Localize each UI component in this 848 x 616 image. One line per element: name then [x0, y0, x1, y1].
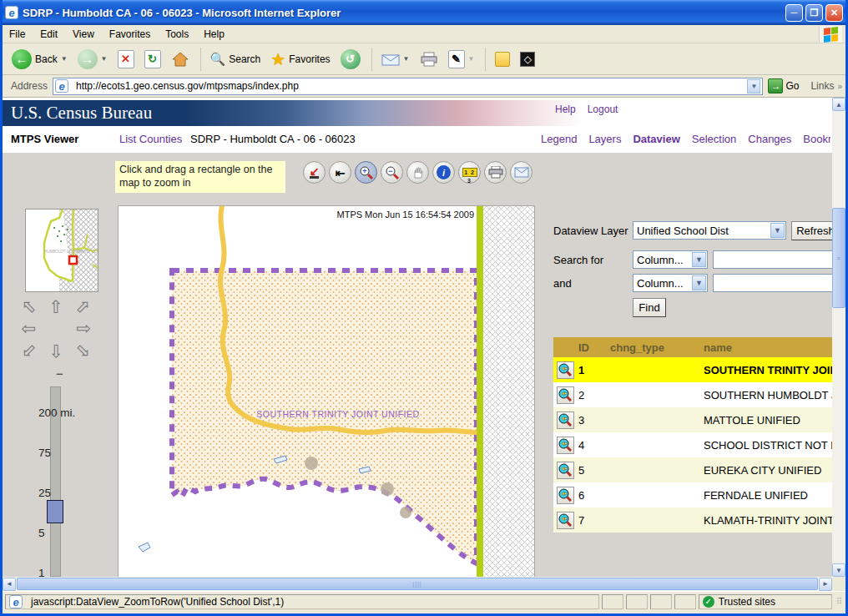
mail-button[interactable]: ▼ — [377, 51, 414, 68]
pan-n-button[interactable]: ⇧ — [43, 296, 69, 318]
nav-legend[interactable]: Legend — [541, 133, 577, 145]
list-counties-link[interactable]: List Counties — [119, 133, 182, 145]
search-value-input-1[interactable] — [713, 250, 836, 269]
info-button[interactable]: i — [432, 161, 455, 184]
title-bar[interactable]: e SDRP - Humboldt CA - 06 - 06023 - Micr… — [0, 0, 848, 25]
search-column-select-2[interactable]: Column... ▼ — [633, 274, 708, 292]
nav-selection[interactable]: Selection — [692, 133, 736, 145]
nav-changes[interactable]: Changes — [748, 133, 791, 145]
table-row[interactable]: 6 FERNDALE UNIFIED — [553, 482, 842, 507]
zoom-minus-label[interactable]: − — [56, 366, 63, 381]
favorites-button[interactable]: ★ Favorites — [266, 48, 334, 71]
nav-dataview[interactable]: Dataview — [633, 133, 679, 145]
resize-grip[interactable]: ⠿ — [836, 597, 843, 606]
table-row[interactable]: 4 SCHOOL DISTRICT NOT DEFINED — [553, 432, 842, 457]
vertical-scrollbar[interactable]: ▲ ≡ ▼ — [832, 98, 845, 577]
zoom-in-button[interactable]: + — [355, 161, 377, 184]
previous-extent-button[interactable]: ⇤ — [329, 161, 351, 184]
menu-file[interactable]: File — [9, 28, 25, 40]
zoom-to-row-button[interactable] — [557, 462, 574, 479]
minimize-button[interactable]: ─ — [785, 4, 803, 22]
history-button[interactable]: ↺ — [336, 48, 365, 71]
map-envelope-icon — [514, 167, 529, 178]
row-zoom-icon — [558, 463, 572, 477]
menu-view[interactable]: View — [73, 28, 94, 40]
scroll-right-icon[interactable]: ► — [819, 578, 832, 591]
overview-map[interactable]: HUMBOLDT COUNTY TRINITY COU — [25, 209, 98, 292]
discuss-button[interactable] — [491, 50, 514, 68]
column2-select-arrow-icon[interactable]: ▼ — [692, 275, 706, 290]
messenger-button[interactable]: ◇ — [516, 50, 539, 68]
maximize-button[interactable]: ❐ — [805, 4, 823, 22]
row-zoom-icon — [558, 488, 572, 502]
zoom-to-row-button[interactable] — [557, 487, 574, 504]
scroll-down-icon[interactable]: ▼ — [832, 563, 845, 577]
zoom-to-row-button[interactable] — [557, 386, 574, 404]
back-dropdown-icon[interactable]: ▼ — [61, 55, 68, 63]
close-button[interactable]: ✕ — [825, 4, 843, 22]
dataview-layer-select[interactable]: Unified School Dist ▼ — [633, 221, 786, 240]
scroll-left-icon[interactable]: ◄ — [3, 578, 16, 591]
nav-layers[interactable]: Layers — [588, 133, 621, 145]
scale-slider-thumb[interactable] — [47, 500, 63, 523]
table-row[interactable]: 5 EUREKA CITY UNIFIED — [553, 457, 842, 482]
table-row[interactable]: 2 SOUTHERN HUMBOLDT JOINT UNIFIED — [553, 382, 842, 407]
overview-label-trinity: TRINITY COU — [76, 250, 98, 254]
home-button[interactable] — [167, 49, 194, 69]
horizontal-scroll-thumb[interactable]: |||| — [17, 578, 818, 590]
menu-help[interactable]: Help — [204, 28, 225, 40]
address-input[interactable]: e http://ecots1.geo.census.gov/mtpsmaps/… — [53, 78, 763, 95]
zoom-to-row-button[interactable] — [557, 412, 574, 429]
banner-links: Help Logout — [555, 104, 618, 115]
scroll-up-icon[interactable]: ▲ — [832, 98, 845, 111]
windows-logo-icon — [819, 26, 842, 43]
address-url[interactable]: http://ecots1.geo.census.gov/mtpsmaps/in… — [76, 80, 747, 92]
edit-button[interactable]: ✎ ▼ — [444, 48, 479, 70]
layer-select-arrow-icon[interactable]: ▼ — [770, 223, 785, 238]
menu-tools[interactable]: Tools — [165, 28, 189, 40]
forward-dropdown-icon[interactable]: ▼ — [101, 55, 108, 63]
pan-s-button[interactable]: ⇧ — [43, 340, 69, 361]
horizontal-scrollbar[interactable]: ◄ |||| ► — [3, 577, 832, 591]
email-map-button[interactable] — [510, 161, 533, 184]
search-button[interactable]: 🔍 Search — [206, 50, 265, 68]
diamond-icon: ◇ — [520, 52, 535, 67]
search-for-label: Search for — [553, 254, 603, 266]
links-button[interactable]: Links » — [810, 80, 842, 92]
zoom-to-row-button[interactable] — [557, 437, 574, 454]
find-button[interactable]: Find — [633, 298, 666, 317]
column1-select-arrow-icon[interactable]: ▼ — [692, 252, 706, 267]
print-button[interactable] — [416, 50, 442, 68]
menu-edit[interactable]: Edit — [40, 28, 58, 40]
search-value-input-2[interactable] — [713, 274, 836, 292]
overview-extent-marker — [69, 256, 77, 264]
table-row[interactable]: 3 MATTOLE UNIFIED — [553, 407, 842, 432]
table-row[interactable]: 1 SOUTHERN TRINITY JOINT UNIFIED — [553, 357, 842, 382]
info-icon: i — [437, 165, 451, 179]
initial-extent-button[interactable]: ↙ — [303, 161, 326, 184]
menu-favorites[interactable]: Favorites — [109, 28, 150, 40]
pan-button[interactable] — [406, 161, 429, 184]
measure-button[interactable]: 1 2 3 — [458, 161, 481, 184]
go-button[interactable]: → Go — [768, 78, 799, 93]
search-column-select-1[interactable]: Column... ▼ — [633, 250, 708, 269]
home-icon — [171, 51, 189, 68]
logout-link[interactable]: Logout — [588, 104, 618, 115]
nav-bookmark[interactable]: Bookmark — [803, 133, 830, 145]
map-viewport[interactable]: MTPS Mon Jun 15 16:54:54 2009 SOUTHERN T… — [118, 205, 535, 578]
refresh-button[interactable]: ↻ — [140, 48, 165, 70]
browser-toolbar: ← Back ▼ → ▼ ✕ ↻ 🔍 Search ★ Favorites ↺ … — [3, 43, 845, 75]
forward-button[interactable]: → ▼ — [73, 48, 112, 71]
stop-button[interactable]: ✕ — [114, 48, 139, 70]
back-button[interactable]: ← Back ▼ — [8, 48, 72, 71]
scale-200mi: 200 mi. — [38, 406, 75, 419]
help-link[interactable]: Help — [555, 104, 576, 115]
print-map-button[interactable] — [484, 161, 507, 184]
zoom-to-row-button[interactable] — [557, 512, 574, 529]
zoom-to-row-button[interactable] — [557, 361, 574, 379]
address-dropdown-icon[interactable]: ▼ — [747, 79, 760, 93]
table-row[interactable]: 7 KLAMATH-TRINITY JOINT UNIFIED — [553, 507, 842, 533]
zoom-out-button[interactable]: − — [381, 161, 403, 184]
vertical-scroll-thumb[interactable]: ≡ — [832, 208, 845, 308]
initial-extent-icon: ↙ — [310, 166, 320, 179]
